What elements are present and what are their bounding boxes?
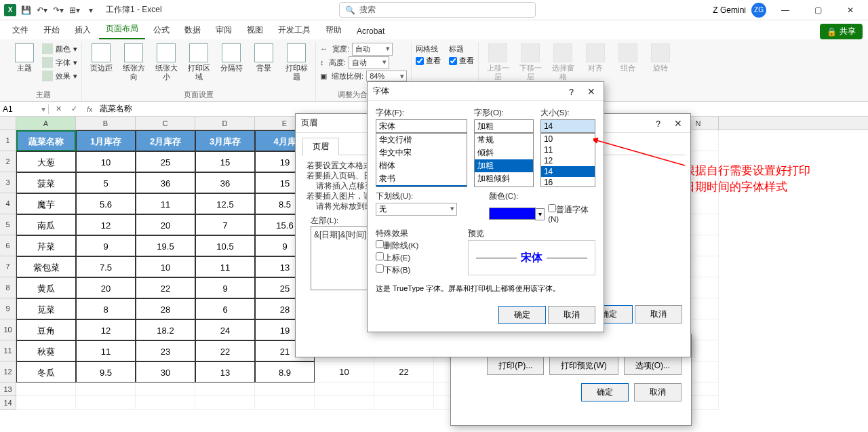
cell[interactable]: 8.9 (255, 361, 315, 382)
cell[interactable]: 大葱 (16, 151, 76, 172)
redo-icon[interactable]: ↷▾ (52, 3, 65, 17)
color-swatch[interactable] (489, 208, 536, 220)
help-icon[interactable]: ? (656, 119, 660, 129)
cell[interactable]: 36 (136, 172, 195, 193)
cell[interactable]: 30 (136, 361, 195, 382)
cancel-fx-icon[interactable]: ✕ (53, 104, 64, 113)
col-header[interactable]: D (195, 117, 255, 130)
super-check[interactable]: 上标(E) (376, 252, 461, 263)
ribbon-打印区域[interactable]: 打印区域 (184, 42, 214, 83)
cell[interactable] (374, 382, 434, 396)
cell[interactable]: 36 (195, 172, 255, 193)
name-box[interactable]: A1▾ (0, 104, 49, 114)
cell[interactable]: 菠菜 (16, 172, 76, 193)
cell[interactable]: 22 (374, 361, 434, 382)
qat-overflow-icon[interactable]: ▾ (84, 3, 98, 17)
list-item[interactable]: 华文行楷 (376, 134, 467, 146)
row-header[interactable]: 13 (0, 382, 16, 396)
select-all-corner[interactable] (0, 117, 16, 130)
col-header[interactable]: A (16, 117, 76, 130)
list-item[interactable]: 楷体 (376, 159, 467, 172)
cell[interactable]: 10 (76, 151, 136, 172)
close-icon[interactable]: ✕ (837, 1, 864, 20)
list-item[interactable]: 16 (541, 177, 595, 187)
qat-more-icon[interactable]: ⊞▾ (68, 3, 81, 17)
tab-数据[interactable]: 数据 (178, 21, 208, 39)
cell[interactable]: 22 (195, 340, 255, 361)
cell[interactable]: 12 (76, 214, 136, 235)
minimize-icon[interactable]: — (772, 1, 799, 20)
col-header[interactable]: C (136, 117, 195, 130)
cell[interactable]: 芹菜 (16, 235, 76, 256)
cell[interactable]: 12 (76, 319, 136, 340)
cell[interactable]: 20 (76, 277, 136, 298)
list-item[interactable]: 隶书 (376, 172, 467, 185)
save-icon[interactable]: 💾 (19, 3, 33, 17)
cell[interactable]: 24 (195, 319, 255, 340)
width-combo[interactable]: 自动 (352, 43, 393, 56)
row-header[interactable]: 3 (0, 172, 16, 193)
row-header[interactable]: 8 (0, 277, 16, 298)
undo-icon[interactable]: ↶▾ (35, 3, 49, 17)
cell[interactable] (16, 382, 76, 396)
cell[interactable]: 9 (76, 235, 136, 256)
tab-公式[interactable]: 公式 (146, 21, 176, 39)
cell[interactable]: 3月库存 (195, 130, 255, 151)
scale-combo[interactable]: 84% (366, 71, 407, 81)
tab-页面布局[interactable]: 页面布局 (99, 20, 145, 39)
maximize-icon[interactable]: ▢ (804, 1, 831, 20)
cell[interactable]: 豆角 (16, 319, 76, 340)
ribbon-分隔符[interactable]: 分隔符 (216, 42, 246, 74)
cell[interactable]: 15 (195, 151, 255, 172)
cell[interactable] (76, 382, 136, 396)
cell[interactable]: 南瓜 (16, 214, 76, 235)
cell[interactable]: 23 (136, 340, 195, 361)
cell[interactable] (255, 382, 315, 396)
row-header[interactable]: 5 (0, 214, 16, 235)
cell[interactable]: 25 (136, 151, 195, 172)
cell[interactable]: 8 (76, 298, 136, 319)
list-item[interactable]: 宋体 (376, 185, 467, 187)
cell[interactable]: 12.5 (195, 193, 255, 214)
accept-fx-icon[interactable]: ✓ (68, 104, 80, 113)
close-icon[interactable]: ✕ (585, 86, 598, 97)
cell[interactable]: 7.5 (76, 256, 136, 277)
list-item[interactable]: 倾斜 (475, 146, 533, 159)
list-item[interactable]: 14 (541, 166, 595, 177)
row-header[interactable]: 14 (0, 396, 16, 410)
user-name[interactable]: Z Gemini (713, 5, 746, 15)
cell[interactable] (136, 382, 195, 396)
cell[interactable] (195, 396, 255, 410)
ok-button[interactable]: 确定 (581, 383, 629, 401)
tab-Acrobat[interactable]: Acrobat (350, 23, 391, 39)
size-list[interactable]: 101112141618 (540, 133, 595, 187)
underline-combo[interactable]: 无 (376, 203, 457, 216)
cell[interactable]: 2月库存 (136, 130, 195, 151)
height-combo[interactable]: 自动 (349, 56, 389, 69)
tab-插入[interactable]: 插入 (68, 21, 98, 39)
list-item[interactable]: 12 (541, 155, 595, 166)
list-item[interactable]: 常规 (475, 134, 533, 146)
list-item[interactable]: 10 (541, 134, 595, 144)
cancel-button[interactable]: 取消 (634, 383, 682, 401)
print-button[interactable]: 打印(P)... (487, 357, 544, 375)
close-icon[interactable]: ✕ (671, 118, 685, 129)
cell[interactable]: 冬瓜 (16, 361, 76, 382)
cell[interactable] (255, 396, 315, 410)
cell[interactable]: 7 (195, 214, 255, 235)
cell[interactable]: 5 (76, 172, 136, 193)
cell[interactable]: 魔芋 (16, 193, 76, 214)
headings-view-check[interactable]: 查看 (449, 56, 474, 66)
list-item[interactable]: 11 (541, 144, 595, 155)
font-list[interactable]: 华文行楷华文中宋楷体隶书宋体微软雅黑 (376, 133, 467, 187)
cell[interactable]: 5.6 (76, 193, 136, 214)
cell[interactable]: 22 (136, 277, 195, 298)
tab-开始[interactable]: 开始 (37, 21, 66, 39)
ribbon-打印标题[interactable]: 打印标题 (281, 42, 311, 83)
size-input[interactable] (540, 119, 595, 133)
list-item[interactable]: 加粗 (475, 159, 533, 172)
style-input[interactable] (474, 119, 534, 133)
cell[interactable] (315, 396, 374, 410)
cell[interactable]: 20 (136, 214, 195, 235)
cell[interactable]: 18.2 (136, 319, 195, 340)
